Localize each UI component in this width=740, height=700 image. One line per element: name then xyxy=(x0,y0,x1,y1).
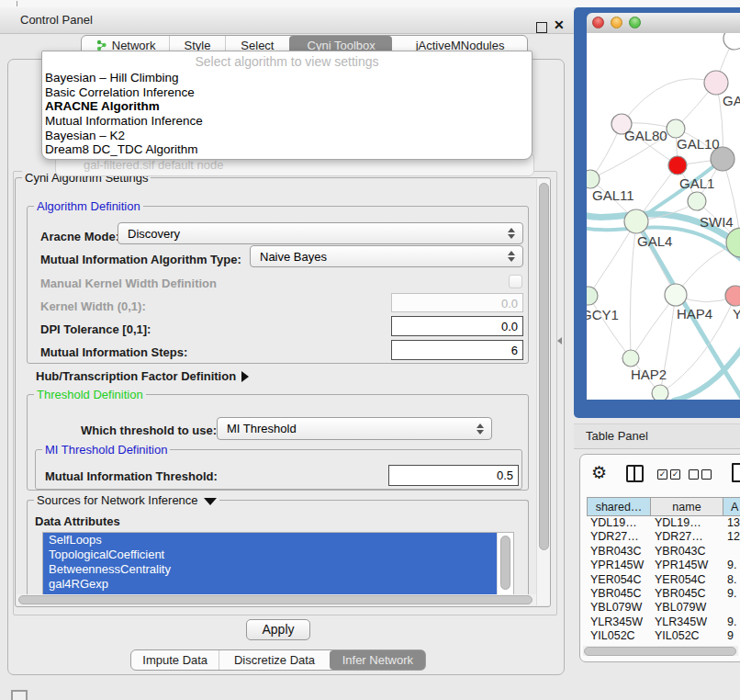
mi-threshold-definition-title: MI Threshold Definition xyxy=(42,443,170,457)
select-all-icon[interactable]: ✓ ✓ xyxy=(657,469,680,480)
table-header-row: shared… name A xyxy=(587,497,740,516)
algorithm-option[interactable]: Bayesian – Hill Climbing xyxy=(42,71,532,85)
node-label: GAL80 xyxy=(624,128,667,143)
apply-button[interactable]: Apply xyxy=(246,619,310,640)
node-hap2[interactable] xyxy=(622,350,639,367)
network-graph: GAL GAL80 GAL10 GAL1 GAL11 SWI4 GAL4 HAP… xyxy=(587,33,740,400)
collapse-down-icon xyxy=(204,498,217,505)
close-traffic-light[interactable] xyxy=(592,17,604,28)
mi-threshold-field[interactable]: 0.5 xyxy=(388,465,519,486)
gear-icon[interactable]: ⚙ xyxy=(591,462,607,482)
node-label: GAL1 xyxy=(679,175,714,191)
mi-steps-field[interactable]: 6 xyxy=(391,340,523,360)
node-gal1[interactable] xyxy=(668,156,687,175)
settings-scrollbar-track[interactable] xyxy=(536,179,550,605)
which-threshold-select[interactable]: MI Threshold xyxy=(217,417,492,440)
network-canvas[interactable]: GAL GAL80 GAL10 GAL1 GAL11 SWI4 GAL4 HAP… xyxy=(587,33,740,400)
attribute-item[interactable]: TopologicalCoefficient xyxy=(43,548,497,562)
table-panel-title: Table Panel xyxy=(586,429,648,443)
algorithm-dropdown-placeholder: Select algorithm to view settings xyxy=(42,51,532,71)
mi-algorithm-type-value: Naive Bayes xyxy=(260,250,327,264)
hub-definition-expander[interactable]: Hub/Transcription Factor Definition xyxy=(36,369,249,383)
tab-impute-data[interactable]: Impute Data xyxy=(131,650,219,670)
table-hscrollbar-thumb[interactable] xyxy=(584,647,736,656)
attribute-item[interactable]: gal4RGexp xyxy=(43,577,497,592)
settings-scrollbar-thumb[interactable] xyxy=(539,183,549,550)
sources-collapse-toggle[interactable]: Sources for Network Inference xyxy=(34,493,219,507)
node-bottom[interactable] xyxy=(652,385,668,400)
algorithm-dropdown-list: Select algorithm to view settings Bayesi… xyxy=(41,51,533,160)
mi-algorithm-type-label: Mutual Information Algorithm Type: xyxy=(40,253,241,266)
algorithm-option[interactable]: Basic Correlation Inference xyxy=(42,85,532,100)
node-hap4[interactable] xyxy=(665,284,687,306)
manual-kernel-width-checkbox[interactable] xyxy=(509,275,522,288)
node-gal10[interactable] xyxy=(667,119,685,138)
which-threshold-label: Which threshold to use: xyxy=(81,423,217,437)
list-scrollbar-track[interactable] xyxy=(497,533,513,595)
attribute-item[interactable]: SelfLoops xyxy=(43,533,497,548)
column-header-partial[interactable]: A xyxy=(723,497,740,516)
algorithm-option-selected[interactable]: ARACNE Algorithm xyxy=(42,99,532,114)
aracne-mode-select[interactable]: Discovery xyxy=(118,222,523,244)
tab-discretize-data-label: Discretize Data xyxy=(234,653,315,667)
node-big-green[interactable] xyxy=(726,228,740,257)
minimize-traffic-light[interactable] xyxy=(611,17,622,28)
settings-hscrollbar-track[interactable] xyxy=(17,594,536,605)
table-row[interactable]: YDL19… YDL19… 13 xyxy=(587,516,740,530)
mi-steps-label: Mutual Information Steps: xyxy=(40,345,187,359)
tab-discretize-data[interactable]: Discretize Data xyxy=(219,650,329,670)
table-row[interactable]: YBR045C YBR045C 9. xyxy=(587,587,740,601)
node-gal-cut[interactable] xyxy=(704,71,728,95)
settings-hscrollbar-thumb[interactable] xyxy=(18,595,533,604)
dpi-tolerance-field[interactable]: 0.0 xyxy=(391,316,523,336)
tab-infer-network[interactable]: Infer Network xyxy=(330,650,425,670)
table-panel-titlebar: Table Panel xyxy=(574,423,740,449)
column-header-shared-name[interactable]: shared… xyxy=(587,497,651,516)
mi-threshold-definition-group: MI Threshold Definition Mutual Informati… xyxy=(35,449,522,490)
table-row[interactable]: YER054C YER054C 8. xyxy=(587,573,740,587)
table-row[interactable]: YBL079W YBL079W xyxy=(587,601,740,615)
mi-algorithm-type-select[interactable]: Naive Bayes xyxy=(250,245,523,267)
table-hscrollbar-track[interactable] xyxy=(583,646,738,656)
dpi-tolerance-label: DPI Tolerance [0,1]: xyxy=(40,322,151,336)
node-label: HAP2 xyxy=(631,367,667,382)
tab-infer-network-label: Infer Network xyxy=(342,653,413,667)
attribute-item[interactable]: BetweennessCentrality xyxy=(43,562,497,577)
close-icon[interactable]: ✕ xyxy=(554,17,565,32)
node-gal11[interactable] xyxy=(587,170,600,188)
node-gcy1[interactable] xyxy=(587,287,598,305)
panel-resize-handle[interactable] xyxy=(557,337,562,344)
table-row[interactable]: YPR145W YPR145W 9. xyxy=(587,559,740,572)
node-swi4[interactable] xyxy=(688,192,706,210)
network-collection-value: gal-filtered.sif default node xyxy=(84,158,223,172)
kernel-width-field[interactable]: 0.0 xyxy=(391,293,523,312)
network-window-titlebar[interactable] xyxy=(587,13,740,34)
aracne-mode-label: Aracne Mode: xyxy=(40,230,119,243)
algorithm-definition-group: Algorithm Definition Aracne Mode: Discov… xyxy=(27,206,529,364)
table-row[interactable]: YDR27… YDR27… 12 xyxy=(587,530,740,544)
zoom-traffic-light[interactable] xyxy=(629,17,641,28)
table-row[interactable]: YLR345W YLR345W 9. xyxy=(587,615,740,629)
table-row[interactable]: YBR043C YBR043C xyxy=(587,545,740,559)
data-attributes-label: Data Attributes xyxy=(35,514,120,528)
float-window-icon[interactable] xyxy=(536,22,547,33)
deselect-all-icon[interactable] xyxy=(689,469,712,480)
node-gal4[interactable] xyxy=(624,209,648,233)
manual-kernel-width-label: Manual Kernel Width Definition xyxy=(40,277,217,290)
node-salmon[interactable] xyxy=(725,286,740,306)
threshold-definition-title: Threshold Definition xyxy=(34,388,146,401)
algorithm-option[interactable]: Bayesian – K2 xyxy=(42,129,532,143)
network-view-window[interactable]: GAL GAL80 GAL10 GAL1 GAL11 SWI4 GAL4 HAP… xyxy=(574,7,740,418)
sources-title: Sources for Network Inference xyxy=(37,493,198,507)
node-label: GAL4 xyxy=(637,233,672,249)
table-row[interactable]: YIL052C YIL052C 9 xyxy=(587,629,740,643)
node-unlabeled-top[interactable] xyxy=(723,33,740,50)
list-scrollbar-thumb[interactable] xyxy=(500,536,510,590)
document-icon[interactable] xyxy=(732,463,740,482)
mi-threshold-label: Mutual Information Threshold: xyxy=(45,469,218,483)
algorithm-option[interactable]: Dream8 DC_TDC Algorithm xyxy=(42,142,532,157)
column-header-name[interactable]: name xyxy=(651,497,723,516)
minimized-panel-icon[interactable] xyxy=(11,690,28,700)
split-view-icon[interactable] xyxy=(626,465,644,482)
algorithm-option[interactable]: Mutual Information Inference xyxy=(42,114,532,129)
